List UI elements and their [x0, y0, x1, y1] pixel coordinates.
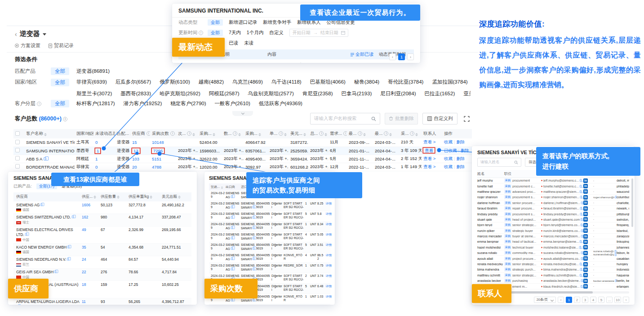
linkedin-icon[interactable]: in [583, 251, 588, 255]
page-button[interactable]: ... [606, 297, 613, 303]
country-filter-item[interactable]: 哈萨克斯坦(2592) [160, 90, 200, 97]
contact-search-input[interactable]: 请输入姓名 [477, 158, 521, 167]
linkedin-icon[interactable]: in [583, 178, 588, 183]
country-filter-item[interactable]: 阿根廷(2587) [209, 90, 240, 97]
filter-option[interactable]: 1个月内 [247, 30, 263, 36]
column-header[interactable]: 采购... [198, 129, 222, 138]
copy-icon[interactable] [67, 258, 69, 261]
country-filter-item[interactable]: 俄罗斯(6100) [160, 79, 190, 87]
contact-row[interactable]: bima mahendra 采购strategic purch... bima.… [477, 267, 629, 272]
contact-row[interactable]: tonette hall 采购procurement c... tonette.… [477, 183, 629, 189]
tier-filter-item[interactable]: 稳定客户(2790) [170, 100, 206, 107]
linkedin-icon[interactable]: in [583, 200, 588, 205]
country-filter-item[interactable]: 乌干达(4118) [271, 79, 302, 87]
column-header[interactable]: 供应数量 [101, 194, 129, 200]
copy-icon[interactable] [580, 196, 582, 199]
contact-row[interactable]: emma bergmar 采购head of tactical... emma.… [477, 239, 629, 245]
supply-count-link[interactable]: 49 [82, 227, 101, 232]
purchase-row[interactable]: 2024-03-29 SIEMENS AG SIEMENS SANAYI 850… [209, 211, 330, 222]
column-header[interactable]: 数...i [222, 129, 244, 138]
column-header[interactable]: 供应商 [16, 194, 82, 200]
copy-icon[interactable] [579, 246, 582, 249]
table-row[interactable]: SAMSUNG INTERNATIONAL INC. 墨西哥 1 逆变器 13 … [13, 147, 472, 155]
column-header[interactable]: 操作 [442, 129, 472, 138]
linkedin-icon[interactable]: in [583, 245, 588, 249]
page-button[interactable]: 3 [582, 297, 588, 303]
activity-row[interactable]: 监控采购时机 2024-04-21 从 DONG YANG E&P INC. 采… [178, 59, 414, 63]
supplier-row[interactable]: SIEMENS ELECTRICAL DRIVES LTD. 中国 49 67 … [13, 227, 191, 244]
copy-icon[interactable] [580, 191, 582, 193]
country-filter-item[interactable]: 巴拿马(2193) [342, 90, 372, 97]
filter-option[interactable]: 全部 [208, 19, 223, 26]
copy-icon[interactable] [580, 207, 582, 210]
page-button[interactable]: 4 [590, 297, 596, 303]
contact-row[interactable]: lindsey preddy 采购procurement s... lindse… [477, 211, 629, 217]
linkedin-icon[interactable]: in [583, 223, 588, 227]
detail-link[interactable]: 详情 [325, 243, 333, 251]
tier-filter-item[interactable]: 一般客户(2610) [215, 100, 250, 107]
copy-icon[interactable] [579, 185, 582, 187]
tier-filter-item[interactable]: 潜力客户(19252) [124, 100, 162, 107]
contact-row[interactable]: matthew graczer 采购advanced proc... matth… [477, 189, 629, 195]
filter-all-chip[interactable]: 全部 [51, 79, 69, 86]
contact-row[interactable]: stuart gale 采购head of project... stuart.… [477, 217, 629, 223]
filter-option[interactable]: 自定义 [269, 30, 284, 36]
linkedin-icon[interactable]: in [583, 284, 588, 289]
column-header[interactable]: 客户名称 [24, 129, 75, 138]
supply-count-link[interactable]: 162 [82, 215, 101, 219]
copy-icon[interactable] [25, 233, 27, 236]
contact-row[interactable]: faraud ibrahim 采购repair procure... farau… [477, 206, 629, 211]
country-filter-item[interactable]: 墨西哥(2833) [120, 90, 151, 97]
page-button[interactable]: 5 [598, 297, 604, 303]
copy-icon[interactable] [44, 157, 46, 160]
filter-option[interactable]: 7天内 [229, 30, 241, 36]
row-checkbox[interactable] [15, 164, 20, 169]
country-filter-item[interactable]: 菲律宾(6939) [76, 79, 107, 87]
fullscreen-button[interactable] [464, 116, 470, 124]
vertical-scrollbar[interactable] [631, 178, 633, 227]
country-filter-item[interactable]: 越南(4882) [199, 79, 224, 87]
customize-columns-button[interactable]: 自定义列 [422, 113, 457, 125]
contact-row[interactable]: renata medveczky 采购senior strategic... r… [477, 262, 629, 267]
copy-icon[interactable] [67, 245, 70, 248]
column-header[interactable]: 单...i [268, 129, 289, 138]
column-header[interactable]: 美元总额 [162, 194, 189, 200]
country-filter-item[interactable]: 孟加拉国(3784) [432, 79, 467, 87]
column-header[interactable]: 采购次数i [150, 129, 176, 138]
copy-icon[interactable] [581, 257, 583, 260]
country-filter-item[interactable]: 肯尼亚(2358) [302, 90, 333, 97]
supply-count-link[interactable]: 22 [82, 270, 101, 274]
contact-row[interactable]: anastasia becker 采购purchasing anastasia.… [477, 278, 629, 284]
country-filter-item[interactable]: 巴基斯坦(4066) [310, 79, 346, 87]
filter-option[interactable]: 新增进口记录 [229, 19, 257, 26]
supply-count-link[interactable]: 18 [82, 282, 101, 287]
linkedin-icon[interactable]: in [583, 217, 588, 222]
next-page-button[interactable]: › [623, 297, 629, 303]
linkedin-icon[interactable]: in [583, 256, 588, 261]
next-page-button[interactable]: › [407, 53, 414, 60]
linkedin-icon[interactable]: in [583, 228, 588, 233]
prev-page-button[interactable]: ‹ [389, 53, 396, 60]
country-filter-item[interactable]: 斯里兰卡(3072) [76, 90, 112, 97]
contact-row[interactable]: bjorn teryd 采购senior strategic... bjorn.… [477, 223, 629, 228]
supplier-row[interactable]: SIEMENS SWITZERLAND LTD. 瑞士 162 980 4,13… [13, 214, 191, 227]
detail-link[interactable]: 详情 [325, 254, 333, 262]
table-row[interactable]: SIEMENS SANAYİ VE TİCARET AN 土耳其 0 逆变器 1… [13, 138, 472, 147]
detail-link[interactable]: 详情 [325, 223, 333, 231]
country-filter-item[interactable]: 秘鲁(3804) [354, 79, 379, 87]
detail-link[interactable]: 详情 [325, 264, 333, 272]
copy-icon[interactable] [581, 229, 583, 232]
column-header[interactable]: 贸易... [211, 185, 226, 189]
copy-icon[interactable] [40, 203, 43, 206]
linkedin-icon[interactable]: in [583, 206, 588, 211]
copy-icon[interactable] [580, 268, 582, 271]
linkedin-icon[interactable]: in [583, 184, 588, 188]
purchase-row[interactable]: 2024-03-29 SIEMENS AG SIEMENS SANAYI 850… [209, 201, 330, 211]
country-filter-item[interactable]: 厄瓜多尔(6567) [115, 79, 151, 87]
contact-row[interactable]: suzana robalo 采购commodity ma... suzana.r… [477, 250, 629, 256]
row-checkbox[interactable] [15, 148, 20, 152]
purchase-row[interactable]: 2024-03-29 SIEMENS AG SIEMENS SANAYI 850… [209, 242, 330, 253]
column-header[interactable]: 未读动态总数 [93, 129, 115, 138]
page-size-select[interactable]: 20条/页 [534, 297, 556, 303]
copy-icon[interactable] [580, 179, 582, 182]
